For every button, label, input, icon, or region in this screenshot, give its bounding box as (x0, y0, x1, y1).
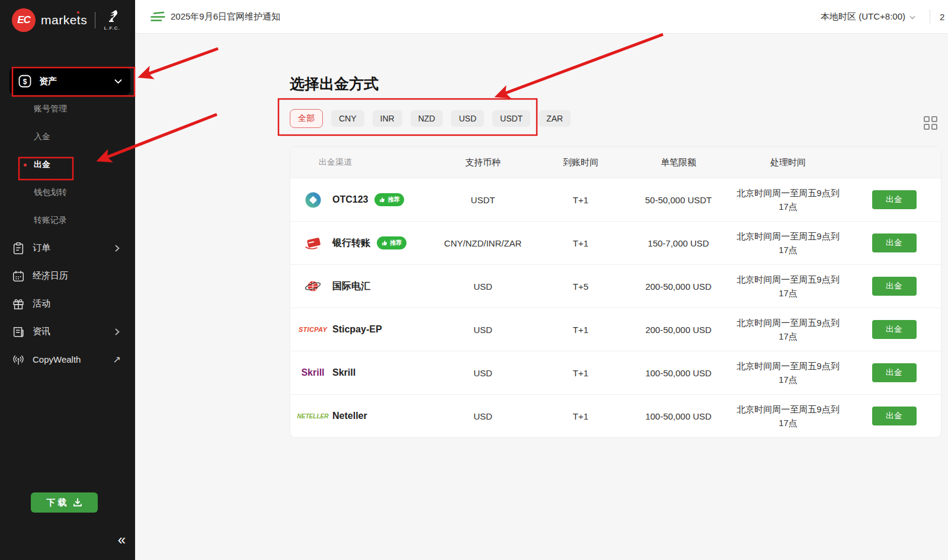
sidebar-item-withdraw[interactable]: 出金 (0, 151, 135, 178)
table-row: 国际电汇 USD T+5 200-50,000 USD 北京时间周一至周五9点到… (290, 264, 941, 308)
filter-all[interactable]: 全部 (290, 109, 323, 128)
sidebar-item-label: 资讯 (33, 326, 50, 337)
topbar-divider (930, 9, 930, 24)
row-processing-time: 北京时间周一至周五9点到17点 (729, 186, 847, 214)
sidebar-item-deposit[interactable]: 入金 (0, 123, 135, 151)
channel-name: 银行转账 (332, 237, 370, 249)
maintenance-notice-link[interactable]: 2025年9月6日官网维护通知 (150, 11, 280, 23)
page-title: 选择出金方式 (290, 74, 379, 94)
withdraw-button[interactable]: 出金 (872, 277, 917, 296)
announcement-lines-icon (150, 11, 165, 22)
sidebar-item-transfer-records[interactable]: 转账记录 (0, 206, 135, 234)
sidebar-item-news[interactable]: 资讯 (0, 318, 135, 345)
sidebar-nav: $ 资产 账号管理 入金 出金 钱包划转 转账记录 (0, 68, 135, 373)
row-arrival: T+1 (533, 325, 628, 335)
sidebar-item-economic-calendar[interactable]: 经济日历 (0, 262, 135, 290)
collapse-sidebar-button[interactable]: « (118, 533, 126, 547)
filter-inr[interactable]: INR (373, 110, 402, 127)
liver-bird-icon (103, 9, 121, 25)
sidebar-item-promotions[interactable]: 活动 (0, 290, 135, 318)
col-header-arrival: 到账时间 (533, 157, 628, 168)
thumb-up-icon (382, 240, 387, 246)
col-header-processing: 处理时间 (729, 157, 847, 168)
download-button-label: 下载 (47, 497, 69, 508)
row-currencies: USD (433, 411, 533, 421)
dollar-square-icon: $ (18, 74, 32, 88)
sidebar-item-label: 钱包划转 (34, 187, 67, 198)
table-row: Skrill Skrill USD T+1 100-50,000 USD 北京时… (290, 351, 941, 394)
withdraw-button[interactable]: 出金 (872, 363, 917, 382)
brand-divider (95, 12, 95, 28)
filter-zar[interactable]: ZAR (539, 110, 571, 127)
bank-transfer-icon (304, 235, 322, 251)
sidebar-item-label: 出金 (34, 159, 50, 170)
external-link-icon: ↗ (113, 354, 121, 365)
chevron-right-icon (114, 245, 121, 252)
channel-name: Neteller (332, 411, 367, 421)
row-arrival: T+1 (533, 411, 628, 421)
table-row: STICPAY Sticpay-EP USD T+1 200-50,000 US… (290, 308, 941, 351)
sidebar-item-wallet-transfer[interactable]: 钱包划转 (0, 178, 135, 206)
row-arrival: T+1 (533, 238, 628, 248)
row-processing-time: 北京时间周一至周五9点到17点 (729, 316, 847, 344)
withdraw-button[interactable]: 出金 (872, 320, 917, 339)
withdraw-button[interactable]: 出金 (872, 407, 917, 425)
calendar-icon (12, 270, 25, 283)
row-limit: 200-50,000 USD (628, 325, 729, 335)
main-content: 选择出金方式 全部 CNY INR NZD USD USDT ZAR 出金渠道 … (135, 34, 948, 560)
svg-text:$: $ (23, 78, 27, 86)
sidebar-item-orders[interactable]: 订单 (0, 234, 135, 262)
table-row: OTC123 推荐 USDT T+1 50-50,000 USDT 北京时间周一… (290, 178, 941, 221)
sidebar-item-label: 活动 (33, 298, 50, 309)
neteller-logo: NETELLER (297, 413, 329, 420)
table-header-row: 出金渠道 支持币种 到账时间 单笔限额 处理时间 (290, 147, 941, 178)
grid-view-toggle-icon[interactable] (924, 116, 937, 130)
sidebar-item-assets[interactable]: $ 资产 (9, 68, 130, 95)
filter-cny[interactable]: CNY (331, 110, 364, 127)
row-limit: 100-50,000 USD (628, 368, 729, 378)
ec-markets-logo: EC (12, 8, 36, 32)
sticpay-logo: STICPAY (299, 326, 327, 333)
chevron-down-icon (114, 79, 122, 84)
timezone-selector[interactable]: 本地时区 (UTC+8:00) (821, 11, 905, 23)
row-currencies: USD (433, 325, 533, 335)
withdraw-button[interactable]: 出金 (872, 233, 917, 252)
table-row: NETELLER Neteller USD T+1 100-50,000 USD… (290, 394, 941, 437)
col-header-currencies: 支持币种 (433, 157, 533, 168)
table-row: 银行转账 推荐 CNY/NZD/INR/ZAR T+1 150-7,000 US… (290, 221, 941, 264)
lfc-logo: L.F.C. (103, 9, 121, 31)
sidebar-item-label: 经济日历 (33, 270, 68, 281)
download-button[interactable]: 下载 (31, 492, 98, 513)
brand-area: EC markets L.F.C. (0, 0, 135, 32)
filter-usdt[interactable]: USDT (492, 110, 530, 127)
filter-nzd[interactable]: NZD (411, 110, 443, 127)
row-processing-time: 北京时间周一至周五9点到17点 (729, 273, 847, 300)
sidebar-item-label: 订单 (33, 242, 50, 254)
row-processing-time: 北京时间周一至周五9点到17点 (729, 359, 847, 387)
otc123-icon (305, 192, 321, 208)
sidebar-item-copywealth[interactable]: CopyWealth ↗ (0, 345, 135, 373)
channel-name: Sticpay-EP (332, 324, 382, 335)
caret-down-icon (909, 15, 915, 20)
download-icon (73, 498, 82, 507)
col-header-limit: 单笔限额 (628, 157, 729, 168)
broadcast-icon (12, 353, 25, 366)
skrill-logo: Skrill (301, 367, 324, 378)
row-arrival: T+5 (533, 281, 628, 292)
row-limit: 150-7,000 USD (628, 238, 729, 248)
row-arrival: T+1 (533, 368, 628, 378)
wire-transfer-globe-icon (305, 279, 321, 294)
thumb-up-icon (379, 197, 385, 203)
currency-filter-group: 全部 CNY INR NZD USD USDT ZAR (290, 109, 571, 128)
ec-markets-wordmark: markets (41, 13, 87, 27)
sidebar-item-label: 账号管理 (34, 104, 67, 114)
row-limit: 50-50,000 USDT (628, 195, 729, 205)
row-currencies: USD (433, 281, 533, 292)
channel-name: Skrill (332, 367, 356, 378)
sidebar-item-account-management[interactable]: 账号管理 (0, 95, 135, 123)
sidebar: EC markets L.F.C. $ 资产 账号管理 入金 (0, 0, 135, 560)
clock-text-cropped: 2 (940, 12, 948, 22)
withdraw-button[interactable]: 出金 (872, 190, 917, 209)
filter-usd[interactable]: USD (451, 110, 484, 127)
maintenance-notice-text: 2025年9月6日官网维护通知 (171, 11, 280, 23)
